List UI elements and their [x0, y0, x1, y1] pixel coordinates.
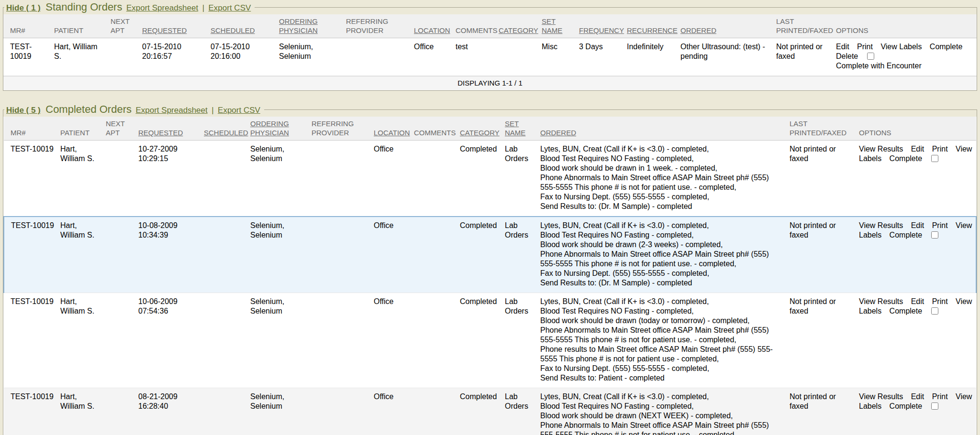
completed-orders-table: MR#PATIENTNEXT APTREQUESTEDSCHEDULEDORDE… [3, 117, 977, 435]
column-header-ordered[interactable]: ORDERED [537, 117, 787, 141]
print-link[interactable]: Print [932, 145, 948, 153]
cell-options: View Results Edit Print View Labels Comp… [856, 217, 976, 293]
table-row: TEST-10019Hart, William S.08-21-2009 16:… [4, 388, 976, 435]
column-header-scheduled[interactable]: SCHEDULED [201, 117, 247, 141]
edit-link[interactable]: Edit [911, 145, 924, 153]
column-header-options: OPTIONS [856, 117, 976, 141]
column-header-scheduled[interactable]: SCHEDULED [208, 14, 276, 38]
cell-category: Completed [457, 293, 502, 388]
view-results-link[interactable]: View Results [859, 145, 903, 153]
edit-link[interactable]: Edit [911, 221, 924, 229]
column-header-category[interactable]: CATEGORY [457, 117, 502, 141]
table-row: TEST-10019Hart, William S.10-27-2009 10:… [4, 141, 976, 217]
column-header-set_name[interactable]: SET NAME [539, 14, 576, 38]
print-link[interactable]: Print [857, 43, 873, 51]
complete-link[interactable]: Complete [890, 154, 922, 163]
cell-last_printed: Not printed or faxed [787, 293, 856, 388]
standing-orders-export-csv-link[interactable]: Export CSV [209, 3, 251, 12]
print-link[interactable]: Print [932, 392, 948, 401]
header-row: MR#PATIENTNEXT APTREQUESTEDSCHEDULEDORDE… [4, 117, 976, 141]
cell-next_apt [103, 293, 135, 388]
table-row: TEST-10019Hart, William S.07-15-2010 20:… [3, 38, 977, 76]
cell-mr: TEST-10019 [4, 141, 57, 217]
cell-requested: 10-06-2009 07:54:36 [135, 293, 201, 388]
options-checkbox[interactable] [931, 155, 938, 162]
edit-link[interactable]: Edit [836, 43, 849, 51]
complete-link[interactable]: Complete [930, 43, 962, 51]
ordered-item: Blood work should be drawn in 1 week. - … [540, 163, 784, 173]
cell-last_printed: Not printed or faxed [773, 38, 833, 76]
options-checkbox[interactable] [931, 231, 938, 239]
complete-with-encounter-link[interactable]: Complete with Encounter [836, 62, 922, 70]
column-header-location[interactable]: LOCATION [371, 117, 411, 141]
complete-link[interactable]: Complete [890, 402, 922, 410]
ordered-item: Blood work should be drawn (2-3 weeks) -… [540, 240, 784, 250]
column-header-next_apt: NEXT APT [108, 14, 139, 38]
cell-ordered: Lytes, BUN, Creat (Call if K+ is <3.0) -… [537, 217, 787, 293]
print-link[interactable]: Print [932, 221, 948, 229]
options-checkbox[interactable] [931, 307, 938, 315]
print-link[interactable]: Print [932, 297, 948, 305]
column-header-ordered[interactable]: ORDERED [678, 14, 773, 38]
column-header-comments: COMMENTS [453, 14, 496, 38]
edit-link[interactable]: Edit [911, 297, 924, 305]
column-header-ordering_physician[interactable]: ORDERING PHYSICIAN [247, 117, 309, 141]
cell-ordering_physician: Selenium, Selenium [247, 388, 309, 435]
standing-orders-legend: Hide ( 1 ) Standing Orders Export Spread… [4, 1, 255, 13]
column-header-referring_provider: REFERRING PROVIDER [343, 14, 411, 38]
view-results-link[interactable]: View Results [859, 297, 903, 305]
column-header-category[interactable]: CATEGORY [496, 14, 539, 38]
cell-requested: 10-27-2009 10:29:15 [135, 141, 201, 217]
complete-link[interactable]: Complete [890, 307, 922, 315]
cell-next_apt [103, 141, 135, 217]
cell-location: Office [371, 217, 411, 293]
ordered-item: Lytes, BUN, Creat (Call if K+ is <3.0) -… [540, 297, 784, 306]
ordered-item: Lytes, BUN, Creat (Call if K+ is <3.0) -… [540, 392, 784, 402]
cell-ordering_physician: Selenium, Selenium [276, 38, 343, 76]
cell-mr: TEST-10019 [4, 293, 57, 388]
completed-orders-export-csv-link[interactable]: Export CSV [218, 106, 260, 115]
cell-location: Office [371, 293, 411, 388]
standing-orders-table: MR#PATIENTNEXT APTREQUESTEDSCHEDULEDORDE… [3, 14, 977, 76]
options-checkbox[interactable] [867, 53, 874, 60]
column-header-set_name[interactable]: SET NAME [502, 117, 537, 141]
cell-mr: TEST-10019 [4, 388, 57, 435]
view-results-link[interactable]: View Results [859, 392, 903, 401]
completed-orders-hide-toggle[interactable]: Hide ( 5 ) [6, 106, 41, 115]
cell-last_printed: Not printed or faxed [787, 388, 856, 435]
cell-scheduled [201, 293, 247, 388]
completed-orders-export-spreadsheet-link[interactable]: Export Spreadsheet [135, 106, 207, 115]
table-row: TEST-10019Hart, William S.10-06-2009 07:… [4, 293, 976, 388]
cell-last_printed: Not printed or faxed [787, 217, 856, 293]
legend-separator: | [212, 106, 213, 115]
standing-orders-export-spreadsheet-link[interactable]: Export Spreadsheet [126, 3, 198, 12]
cell-requested: 10-08-2009 10:34:39 [135, 217, 201, 293]
cell-last_printed: Not printed or faxed [787, 141, 856, 217]
view-results-link[interactable]: View Results [859, 221, 903, 229]
cell-frequency: 3 Days [576, 38, 624, 76]
column-header-last_printed: LAST PRINTED/FAXED [787, 117, 856, 141]
cell-category: Completed [457, 141, 502, 217]
options-checkbox[interactable] [931, 402, 938, 410]
cell-mr: TEST-10019 [3, 38, 51, 76]
cell-set_name: Misc [539, 38, 576, 76]
edit-link[interactable]: Edit [911, 392, 924, 401]
standing-orders-hide-toggle[interactable]: Hide ( 1 ) [6, 3, 41, 12]
column-header-location[interactable]: LOCATION [411, 14, 453, 38]
ordered-item: Blood Test Requires NO Fasting - complet… [540, 306, 784, 316]
cell-patient: Hart, William S. [51, 38, 108, 76]
column-header-ordering_physician[interactable]: ORDERING PHYSICIAN [276, 14, 343, 38]
column-header-requested[interactable]: REQUESTED [135, 117, 201, 141]
view-labels-link[interactable]: View Labels [880, 43, 922, 51]
column-header-requested[interactable]: REQUESTED [139, 14, 208, 38]
ordered-item: Blood Test Requires NO Fasting - complet… [540, 230, 784, 240]
standing-orders-title: Standing Orders [45, 1, 122, 13]
delete-link[interactable]: Delete [836, 52, 858, 60]
column-header-recurrence[interactable]: RECURRENCE [624, 14, 678, 38]
cell-options: View Results Edit Print View Labels Comp… [856, 388, 976, 435]
complete-link[interactable]: Complete [890, 231, 922, 239]
cell-options: View Results Edit Print View Labels Comp… [856, 141, 976, 217]
cell-options: View Results Edit Print View Labels Comp… [856, 293, 976, 388]
ordered-item: Send Results to: (Dr. M Sample) - comple… [540, 202, 784, 211]
column-header-frequency[interactable]: FREQUENCY [576, 14, 624, 38]
